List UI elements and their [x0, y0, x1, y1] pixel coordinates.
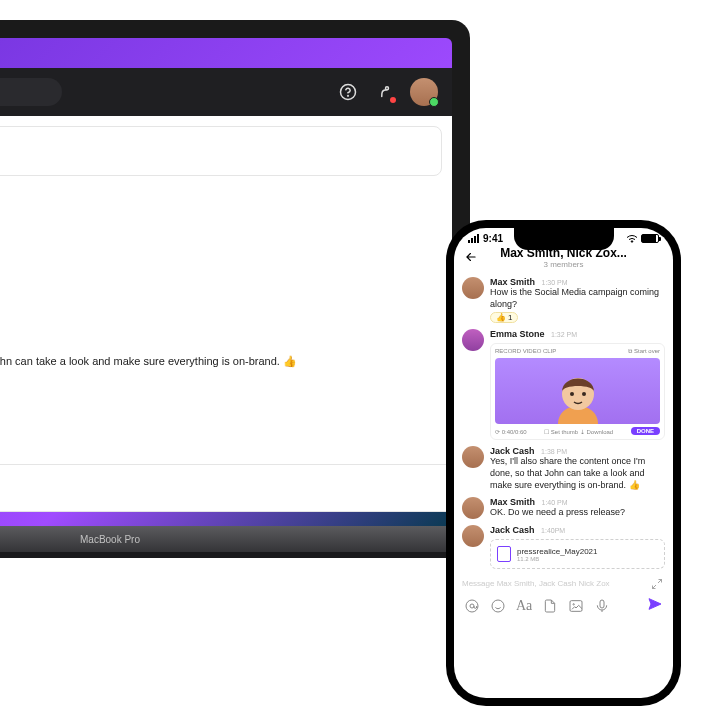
message-author: Emma Stone [490, 329, 545, 339]
composer-placeholder[interactable]: Message Max Smith, Jack Cash Nick Zox [454, 575, 673, 592]
message-text: How is the Social Media campaign coming … [490, 287, 665, 310]
laptop-mockup: Search Happy Media h, Nick Zox... [0, 20, 470, 558]
message-composer[interactable]: mith, Nick Zox... [0, 464, 452, 512]
phone-screen: 9:41 Max Smith, Nick Zox... 3 members [454, 228, 673, 698]
media-card-foot: ⟳ 0:40/0:60 ☐ Set thumb ⤓ Download DONE [495, 424, 660, 435]
message-text: Social Media campaign coming along? [0, 194, 452, 206]
message: 1:38 PM o share the content once I'm don… [0, 345, 452, 368]
phone-mockup: 9:41 Max Smith, Nick Zox... 3 members [446, 220, 681, 706]
svg-point-2 [348, 95, 349, 96]
message-author: Max Smith [490, 277, 535, 287]
message: Jack Cash 1:40PM pressrealice_May2021 11… [462, 525, 665, 569]
send-button[interactable] [647, 596, 663, 616]
message-text: OK. Do we need a press release? [490, 507, 665, 519]
phone-notch [514, 228, 614, 250]
message-timestamp: 1:38 PM [0, 345, 452, 355]
avatar[interactable] [462, 329, 484, 351]
laptop-base: MacBook Pro [0, 526, 470, 552]
notification-badge [390, 97, 396, 103]
message: Max Smith 1:30 PM How is the Social Medi… [462, 277, 665, 323]
back-button[interactable] [464, 248, 478, 269]
desktop-chat-app: Search Happy Media h, Nick Zox... [0, 68, 452, 512]
svg-rect-18 [600, 600, 604, 608]
reaction-count: 1 [508, 313, 512, 322]
laptop-wallpaper: Search Happy Media h, Nick Zox... [0, 38, 452, 526]
message: Emma Stone 1:32 PM RECORD VIDEO CLIP ⧉ S… [462, 329, 665, 440]
message-timestamp: 1:40PM [541, 527, 565, 534]
svg-point-3 [386, 87, 389, 90]
back-arrow-icon [464, 250, 478, 264]
reaction-chip[interactable]: 👍 1 [490, 312, 518, 323]
mic-icon[interactable] [594, 598, 610, 614]
file-icon [497, 546, 511, 562]
user-avatar[interactable] [410, 78, 438, 106]
avatar[interactable] [462, 277, 484, 299]
message-text: Yes, I'll also share the content once I'… [490, 456, 665, 491]
message-author: Jack Cash [490, 525, 535, 535]
image-icon[interactable] [568, 598, 584, 614]
message-timestamp: 1:32 PM [551, 331, 577, 338]
message: Max Smith 1:40 PM OK. Do we need a press… [462, 497, 665, 519]
expand-button[interactable] [651, 576, 663, 594]
chat-header[interactable]: h, Nick Zox... [0, 126, 442, 176]
message-timestamp: 1:38 PM [541, 448, 567, 455]
message-text: need a press release? [0, 384, 452, 396]
message: 1:40 PM essrealice_May2021 2 MB [0, 402, 452, 456]
laptop-brand-label: MacBook Pro [80, 534, 140, 545]
battery-icon [641, 234, 659, 243]
svg-rect-16 [570, 601, 582, 612]
svg-point-11 [570, 392, 574, 396]
chat-title: h, Nick Zox... [0, 141, 429, 161]
svg-point-15 [492, 600, 504, 612]
laptop-edge [0, 552, 470, 558]
signal-icon [468, 234, 479, 243]
mention-icon[interactable] [464, 598, 480, 614]
message-timestamp: 1:40 PM [0, 402, 452, 412]
message-text: o share the content once I'm done, so th… [0, 355, 452, 368]
media-thumbnail [495, 358, 660, 424]
message: Jack Cash 1:38 PM Yes, I'll also share t… [462, 446, 665, 491]
svg-point-17 [573, 604, 574, 605]
message-timestamp: 1:30 PM [542, 279, 568, 286]
message: 1:30 PM Social Media campaign coming alo… [0, 184, 452, 223]
emoji-icon[interactable] [490, 598, 506, 614]
svg-point-12 [582, 392, 586, 396]
format-icon[interactable]: Aa [516, 598, 532, 614]
media-card[interactable]: RECORD VIDEO CLIP ⧉ Start over [490, 343, 665, 440]
app-top-bar: Search Happy Media [0, 68, 452, 116]
message-author: Jack Cash [490, 446, 535, 456]
message: 32 PM [0, 229, 452, 339]
laptop-bezel: Search Happy Media h, Nick Zox... [0, 20, 470, 526]
avatar[interactable] [462, 446, 484, 468]
attachment-size: 11.2 MB [517, 556, 598, 562]
message: 1:40 PM need a press release? [0, 374, 452, 396]
message-timestamp: 1:40 PM [542, 499, 568, 506]
composer-placeholder: mith, Nick Zox... [0, 473, 441, 485]
message-timestamp: 32 PM [0, 229, 452, 239]
status-time: 9:41 [483, 233, 503, 244]
notification-icon[interactable] [374, 82, 394, 102]
composer-toolbar: Aa [454, 592, 673, 626]
done-button[interactable]: DONE [631, 427, 660, 435]
message-timestamp: 1:30 PM [0, 184, 452, 194]
phone-chat-header: Max Smith, Nick Zox... 3 members [454, 246, 673, 273]
attachment-card[interactable]: pressrealice_May2021 11.2 MB [490, 539, 665, 569]
help-icon[interactable] [338, 82, 358, 102]
phone-chat-body: Max Smith 1:30 PM How is the Social Medi… [454, 273, 673, 569]
media-card-head: RECORD VIDEO CLIP ⧉ Start over [495, 348, 660, 355]
attachment-name: pressrealice_May2021 [517, 547, 598, 556]
chat-members-count: 3 members [464, 260, 663, 269]
document-icon[interactable] [542, 598, 558, 614]
search-input[interactable]: Search Happy Media [0, 78, 62, 106]
svg-point-14 [470, 604, 474, 608]
message-author: Max Smith [490, 497, 535, 507]
svg-point-9 [631, 240, 633, 242]
chat-body: 1:30 PM Social Media campaign coming alo… [0, 184, 452, 512]
avatar[interactable] [462, 497, 484, 519]
message-timestamp: 1:40 PM [0, 374, 452, 384]
phone-frame: 9:41 Max Smith, Nick Zox... 3 members [446, 220, 681, 706]
reaction-emoji: 👍 [496, 313, 506, 322]
wifi-icon [626, 234, 638, 244]
avatar[interactable] [462, 525, 484, 547]
